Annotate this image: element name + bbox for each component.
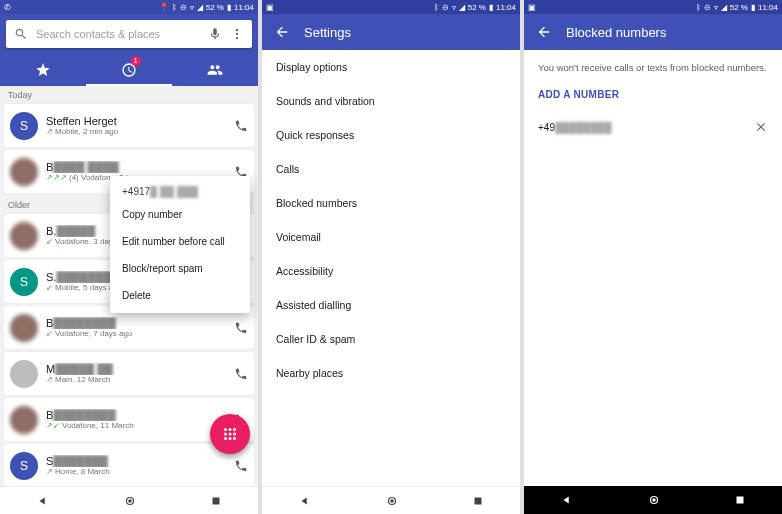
settings-item[interactable]: Display options [262, 50, 520, 84]
nav-back[interactable] [560, 493, 574, 507]
svg-point-13 [128, 499, 132, 503]
signal-icon: ◢ [197, 3, 203, 12]
back-arrow-icon[interactable] [274, 24, 290, 40]
nav-recents[interactable] [210, 495, 222, 507]
call-icon[interactable] [234, 459, 248, 473]
status-bar: ✆ 📍 ᛒ ⊖ ▿ ◢ 52 % ▮ 11:04 [0, 0, 258, 14]
context-menu-item[interactable]: Delete [110, 282, 250, 309]
avatar [10, 222, 38, 250]
svg-rect-20 [736, 497, 743, 504]
dialpad-fab[interactable] [210, 414, 250, 454]
avatar [10, 158, 38, 186]
blocked-number: +49████████ [538, 122, 612, 133]
nav-back[interactable] [298, 494, 312, 508]
call-icon[interactable] [234, 119, 248, 133]
signal-icon: ◢ [721, 3, 727, 12]
svg-point-7 [229, 433, 232, 436]
battery-icon: ▮ [489, 3, 493, 12]
caller-name: B████ ████ [46, 161, 226, 173]
bluetooth-icon: ᛒ [172, 3, 177, 12]
call-row[interactable]: SSteffen Herget↗ Mobile, 2 min ago [4, 104, 254, 147]
settings-item[interactable]: Calls [262, 152, 520, 186]
tab-recents[interactable]: 1 [86, 54, 172, 86]
avatar: S [10, 112, 38, 140]
svg-rect-17 [474, 497, 481, 504]
nav-home[interactable] [385, 494, 399, 508]
call-sub: ↗ Home, 8 March [46, 467, 226, 476]
avatar [10, 360, 38, 388]
nav-home[interactable] [123, 494, 137, 508]
clock: 11:04 [234, 3, 254, 12]
settings-item[interactable]: Quick responses [262, 118, 520, 152]
settings-item[interactable]: Sounds and vibration [262, 84, 520, 118]
blocked-body: You won't receive calls or texts from bl… [524, 50, 782, 486]
wifi-icon: ▿ [190, 3, 194, 12]
svg-point-19 [652, 498, 656, 502]
mic-icon[interactable] [208, 27, 222, 41]
phone-settings: ▣ ᛒ ⊖ ▿ ◢ 52 % ▮ 11:04 Settings Display … [262, 0, 520, 514]
svg-point-6 [224, 433, 227, 436]
status-bar: ▣ ᛒ ⊖ ▿ ◢ 52 % ▮ 11:04 [262, 0, 520, 14]
phone-blocked-numbers: ▣ ᛒ ⊖ ▿ ◢ 52 % ▮ 11:04 Blocked numbers Y… [524, 0, 782, 514]
image-status-icon: ▣ [266, 3, 274, 12]
phone-call-log: ✆ 📍 ᛒ ⊖ ▿ ◢ 52 % ▮ 11:04 Search contacts… [0, 0, 258, 514]
call-sub: ↗ Main, 12 March [46, 375, 226, 384]
status-bar: ▣ ᛒ ⊖ ▿ ◢ 52 % ▮ 11:04 [524, 0, 782, 14]
tab-favorites[interactable] [0, 54, 86, 86]
svg-point-1 [236, 33, 238, 35]
search-placeholder: Search contacts & places [36, 28, 200, 40]
dnd-icon: ⊖ [704, 3, 711, 12]
dnd-icon: ⊖ [442, 3, 449, 12]
blocked-number-row: +49████████ [524, 112, 782, 142]
app-bar: Settings [262, 14, 520, 50]
context-menu-item[interactable]: Edit number before call [110, 228, 250, 255]
nav-recents[interactable] [734, 494, 746, 506]
avatar [10, 314, 38, 342]
dialer-header: Search contacts & places 1 [0, 14, 258, 86]
context-menu: +4917█ ██ ███ Copy numberEdit number bef… [110, 176, 250, 313]
nav-bar [0, 486, 258, 514]
svg-point-8 [233, 433, 236, 436]
avatar: S [10, 268, 38, 296]
back-arrow-icon[interactable] [536, 24, 552, 40]
settings-list[interactable]: Display optionsSounds and vibrationQuick… [262, 50, 520, 486]
image-status-icon: ▣ [528, 3, 536, 12]
svg-point-0 [236, 29, 238, 31]
call-icon[interactable] [234, 367, 248, 381]
add-number-button[interactable]: ADD A NUMBER [524, 81, 782, 112]
remove-blocked-icon[interactable] [754, 120, 768, 134]
clock: 11:04 [496, 3, 516, 12]
nav-back[interactable] [36, 494, 50, 508]
context-menu-item[interactable]: Copy number [110, 201, 250, 228]
app-bar: Blocked numbers [524, 14, 782, 50]
svg-point-4 [229, 428, 232, 431]
call-sub: ↗ Mobile, 2 min ago [46, 127, 226, 136]
caller-name: B████████ [46, 409, 226, 421]
settings-item[interactable]: Voicemail [262, 220, 520, 254]
svg-point-11 [233, 437, 236, 440]
app-bar-title: Blocked numbers [566, 25, 666, 40]
tabs: 1 [0, 54, 258, 86]
call-log-list[interactable]: Today SSteffen Herget↗ Mobile, 2 min ago… [0, 86, 258, 486]
search-bar[interactable]: Search contacts & places [6, 20, 252, 48]
call-icon[interactable] [234, 321, 248, 335]
nav-bar [524, 486, 782, 514]
search-icon [14, 27, 28, 41]
nav-home[interactable] [647, 493, 661, 507]
clock: 11:04 [758, 3, 778, 12]
battery-text: 52 % [730, 3, 748, 12]
settings-item[interactable]: Blocked numbers [262, 186, 520, 220]
settings-item[interactable]: Nearby places [262, 356, 520, 390]
settings-item[interactable]: Caller ID & spam [262, 322, 520, 356]
call-row[interactable]: M█████ ██↗ Main, 12 March [4, 352, 254, 395]
tab-contacts[interactable] [172, 54, 258, 86]
settings-item[interactable]: Accessibility [262, 254, 520, 288]
settings-item[interactable]: Assisted dialling [262, 288, 520, 322]
call-row[interactable]: SS███████↗ Home, 8 March [4, 444, 254, 486]
context-menu-item[interactable]: Block/report spam [110, 255, 250, 282]
call-sub: ↗↙ Vodafone, 11 March [46, 421, 226, 430]
overflow-icon[interactable] [230, 27, 244, 41]
nav-recents[interactable] [472, 495, 484, 507]
svg-point-10 [229, 437, 232, 440]
svg-point-2 [236, 37, 238, 39]
